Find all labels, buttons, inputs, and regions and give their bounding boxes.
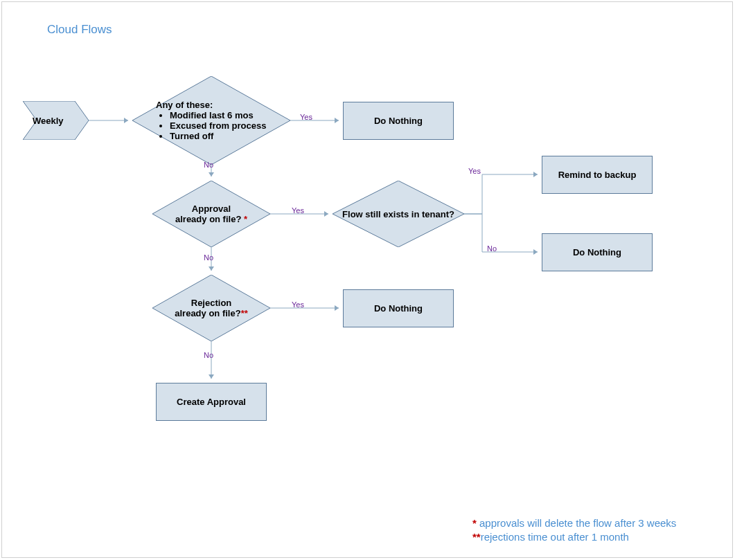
- decision2-star: *: [244, 214, 247, 224]
- footnote2-text: rejections time out after 1 month: [481, 531, 629, 543]
- svg-marker-6: [124, 118, 128, 123]
- decision2-line2: already on file?: [175, 214, 244, 224]
- decision1-item-1: Excused from process: [170, 120, 274, 131]
- footnote1-text: approvals will delete the flow after 3 w…: [479, 517, 676, 529]
- decision4-line1: Rejection: [191, 298, 232, 308]
- svg-marker-16: [533, 249, 538, 255]
- label-d1-no: No: [204, 161, 213, 169]
- label-d3-no: No: [487, 244, 497, 253]
- decision2-line1: Approval: [192, 204, 231, 214]
- box-do-nothing-2: Do Nothing: [542, 233, 653, 271]
- box-do-nothing-3-label: Do Nothing: [374, 303, 423, 314]
- svg-marker-18: [335, 305, 339, 311]
- svg-marker-10: [209, 172, 214, 177]
- svg-marker-14: [209, 267, 214, 271]
- trigger-label: Weekly: [33, 116, 64, 126]
- label-d2-yes: Yes: [292, 206, 304, 215]
- label-d4-no: No: [204, 351, 213, 359]
- box-remind-label: Remind to backup: [558, 170, 637, 180]
- svg-marker-8: [335, 118, 339, 123]
- box-create-approval: Create Approval: [156, 383, 267, 421]
- box-create-label: Create Approval: [177, 397, 246, 407]
- svg-marker-15: [533, 172, 538, 177]
- decision-any-of-these: Any of these: Modified last 6 mos Excuse…: [159, 76, 264, 165]
- box-do-nothing-1-label: Do Nothing: [374, 116, 423, 126]
- box-do-nothing-3: Do Nothing: [343, 289, 454, 327]
- decision-rejection-on-file: Rejection already on file?**: [164, 275, 258, 341]
- label-d2-no: No: [204, 253, 213, 262]
- box-do-nothing-1: Do Nothing: [343, 102, 454, 140]
- decision3-label: Flow still exists in tenant?: [342, 209, 454, 219]
- decision1-header: Any of these:: [149, 100, 274, 110]
- footnote-2: **rejections time out after 1 month: [472, 531, 629, 543]
- label-d1-yes: Yes: [300, 113, 312, 121]
- decision-flow-exists: Flow still exists in tenant?: [341, 181, 456, 247]
- decision1-item-0: Modified last 6 mos: [170, 110, 274, 120]
- svg-marker-20: [209, 374, 214, 379]
- decision4-line2: already on file?: [175, 308, 240, 318]
- box-remind-backup: Remind to backup: [542, 156, 653, 194]
- label-d4-yes: Yes: [292, 300, 304, 309]
- footnote1-star: *: [472, 517, 479, 529]
- connectors: [2, 2, 734, 559]
- footnote2-star: **: [472, 531, 481, 543]
- decision-approval-on-file: Approval already on file? *: [164, 181, 258, 247]
- footnote-1: * approvals will delete the flow after 3…: [472, 517, 676, 529]
- diagram-canvas: Cloud Flows Weekly Any of these: Modifie…: [1, 1, 733, 558]
- box-do-nothing-2-label: Do Nothing: [573, 247, 621, 258]
- trigger-weekly: Weekly: [23, 101, 89, 140]
- decision1-item-2: Turned off: [170, 131, 274, 141]
- diagram-title: Cloud Flows: [47, 23, 112, 37]
- decision4-star: **: [241, 308, 248, 318]
- label-d3-yes: Yes: [468, 167, 481, 175]
